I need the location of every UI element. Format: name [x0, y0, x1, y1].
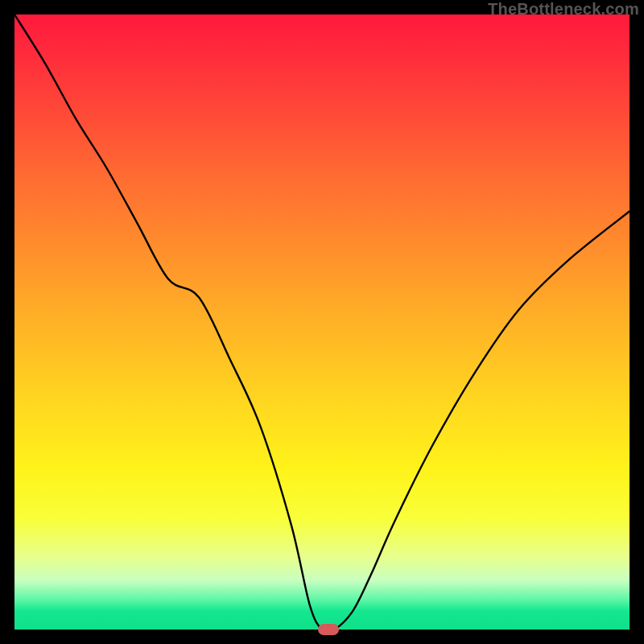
watermark-text: TheBottleneck.com: [488, 0, 639, 19]
optimal-point-marker: [318, 624, 339, 635]
plot-area: [14, 14, 630, 630]
curve-path: [14, 14, 630, 630]
bottleneck-curve: [14, 14, 630, 630]
chart-frame: TheBottleneck.com: [0, 0, 644, 644]
